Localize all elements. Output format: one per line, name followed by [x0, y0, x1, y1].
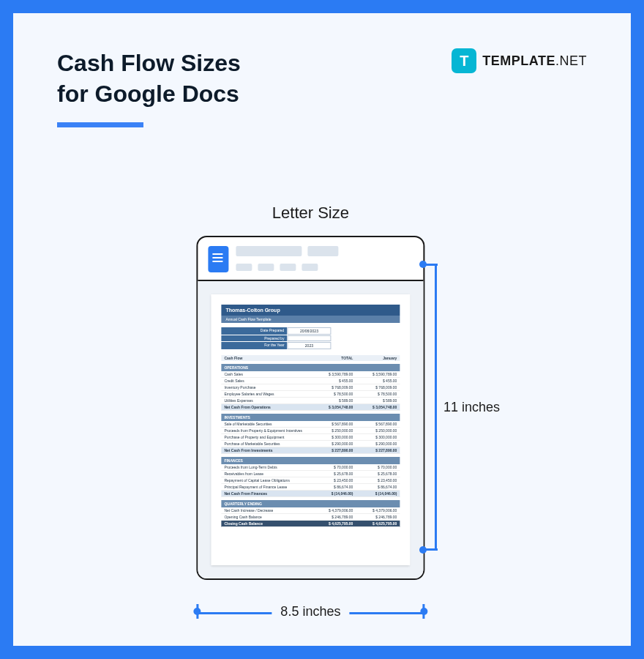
width-dimension: 8.5 inches	[196, 604, 424, 619]
title-block: Cash Flow Sizes for Google Docs	[57, 48, 241, 127]
header: Cash Flow Sizes for Google Docs T TEMPLA…	[57, 48, 587, 127]
column-header-row: Cash Flow TOTAL January	[221, 355, 400, 361]
table-row: Repayment of Capital Lease Obligations$ …	[221, 477, 400, 484]
section-header: FINANCES	[221, 457, 400, 464]
meta-row: Date Prepared20/08/2023	[221, 327, 400, 335]
table-row: Purchase of Marketable Securities$ 290,0…	[221, 441, 400, 447]
sheet-sections: OPERATIONSCash Sales$ 3,590,789.00$ 3,59…	[221, 364, 400, 527]
table-row: Utilities Expenses$ 589.00$ 589.00	[221, 398, 400, 404]
meta-label: For the Year	[221, 342, 287, 349]
meta-row: Prepared by	[221, 335, 400, 341]
table-row: Opening Cash Balance$ 246,789.00$ 246,78…	[221, 514, 400, 521]
section-header: QUARTERLY ENDING	[221, 500, 400, 507]
meta-value: 2023	[287, 342, 331, 349]
table-row: Sale of Marketable Securities$ 567,890.0…	[221, 421, 400, 428]
height-dimension: 11 inches	[417, 264, 476, 551]
table-row: Receivables from Lease$ 25,678.00$ 25,67…	[221, 471, 400, 477]
meta-label: Prepared by	[221, 335, 287, 341]
title-line-2: for Google Docs	[57, 81, 239, 107]
docs-toolbar	[198, 237, 423, 280]
docs-canvas: Thomas-Colton Group Annual Cash Flow Tem…	[198, 281, 423, 578]
table-row: Cash Sales$ 3,590,789.00$ 3,590,789.00	[221, 371, 400, 378]
col-header-3: January	[353, 356, 397, 360]
template-net-icon: T	[452, 48, 476, 73]
table-row: Inventory Purchase$ 768,009.00$ 768,009.…	[221, 384, 400, 391]
paper-size-label: Letter Size	[196, 204, 424, 223]
section-summary-row: Net Cash From Investments$ 227,890.00$ 2…	[221, 447, 400, 454]
meta-row: For the Year2023	[221, 342, 400, 349]
meta-value: 20/08/2023	[287, 327, 331, 335]
sheet-meta-block: Date Prepared20/08/2023Prepared byFor th…	[221, 327, 400, 349]
brand-text: TEMPLATE.NET	[482, 53, 587, 69]
section-summary-row: Net Cash From Finances$ (14,046.00)$ (14…	[221, 491, 400, 497]
toolbar-placeholder-blocks	[236, 246, 338, 271]
meta-label: Date Prepared	[221, 327, 287, 335]
table-row: Net Cash Increase / Decrease$ 4,379,006.…	[221, 507, 400, 514]
col-header-1: Cash Flow	[224, 356, 309, 360]
google-docs-icon	[208, 246, 228, 272]
width-value: 8.5 inches	[272, 604, 349, 619]
table-row: Purchase of Property and Equipment$ 300,…	[221, 434, 400, 441]
page-title: Cash Flow Sizes for Google Docs	[57, 48, 241, 109]
section-summary-row: Net Cash From Operations$ 3,054,748.00$ …	[221, 404, 400, 411]
col-header-2: TOTAL	[309, 356, 353, 360]
height-value: 11 inches	[443, 400, 500, 415]
infographic-frame: Cash Flow Sizes for Google Docs T TEMPLA…	[0, 0, 644, 659]
title-underline	[57, 122, 143, 127]
table-row: Principal Repayment of Finance Lease$ 86…	[221, 484, 400, 491]
sheet-company-title: Thomas-Colton Group	[221, 305, 400, 316]
brand-logo: T TEMPLATE.NET	[452, 48, 587, 73]
section-header: INVESTMENTS	[221, 414, 400, 421]
table-row: Credit Sales$ 455.00$ 455.00	[221, 378, 400, 384]
sheet-subtitle: Annual Cash Flow Template	[221, 316, 400, 323]
document-page: Thomas-Colton Group Annual Cash Flow Tem…	[211, 294, 410, 565]
meta-value	[287, 335, 331, 341]
title-line-1: Cash Flow Sizes	[57, 50, 241, 76]
section-header: OPERATIONS	[221, 364, 400, 371]
table-row: Proceeds from Long-Term Debts$ 70,000.00…	[221, 464, 400, 471]
table-row: Employee Salaries and Wages$ 78,500.00$ …	[221, 391, 400, 398]
google-docs-window: Thomas-Colton Group Annual Cash Flow Tem…	[196, 236, 424, 580]
table-row: Proceeds from Property & Equipment Incen…	[221, 428, 400, 434]
document-preview-stage: Letter Size Thomas-Colton Group Annual C…	[196, 204, 424, 580]
final-row: Closing Cash Balance$ 4,625,795.00$ 4,62…	[221, 521, 400, 527]
